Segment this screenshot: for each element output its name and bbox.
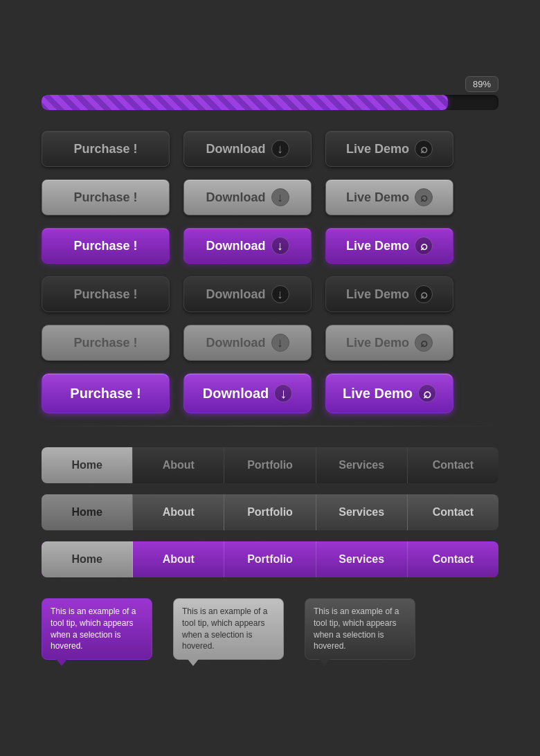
purchase-button-1[interactable]: Purchase ! [42, 131, 170, 167]
download-button-3[interactable]: Download ↓ [183, 228, 312, 264]
tooltip-2: This is an example of a tool tip, which … [173, 598, 284, 660]
purchase-label-2: Purchase ! [73, 190, 137, 205]
tooltip-2-text: This is an example of a tool tip, which … [182, 606, 267, 651]
nav-section: Home About Portfolio Services Contact Ho… [42, 447, 498, 577]
search-icon-3: ⌕ [415, 237, 433, 255]
nav3-services[interactable]: Services [316, 541, 408, 577]
livedemo-button-2[interactable]: Live Demo ⌕ [325, 179, 453, 215]
livedemo-label-5: Live Demo [346, 336, 409, 350]
download-button-6[interactable]: Download ↓ [183, 373, 312, 413]
download-label-1: Download [206, 142, 266, 156]
download-button-5[interactable]: Download ↓ [183, 325, 312, 361]
purchase-button-3[interactable]: Purchase ! [42, 228, 170, 264]
nav2-home[interactable]: Home [42, 494, 133, 530]
download-icon-1: ↓ [271, 140, 289, 158]
purchase-label-3: Purchase ! [73, 239, 137, 253]
nav3-contact[interactable]: Contact [408, 541, 498, 577]
download-icon-5: ↓ [271, 334, 289, 352]
download-label-3: Download [206, 239, 266, 253]
download-label-4: Download [206, 287, 266, 302]
button-row-4: Purchase ! Download ↓ Live Demo ⌕ [42, 276, 498, 312]
download-label-5: Download [206, 336, 266, 350]
purchase-label-6: Purchase ! [70, 386, 141, 402]
tooltip-3-text: This is an example of a tool tip, which … [314, 606, 399, 651]
section-divider [42, 426, 498, 426]
nav3-portfolio[interactable]: Portfolio [224, 541, 316, 577]
nav1-about[interactable]: About [133, 447, 224, 483]
purchase-button-4[interactable]: Purchase ! [42, 276, 170, 312]
purchase-label-1: Purchase ! [73, 142, 137, 156]
livedemo-label-2: Live Demo [346, 190, 409, 205]
download-button-2[interactable]: Download ↓ [183, 179, 312, 215]
nav1-services[interactable]: Services [316, 447, 408, 483]
purchase-label-5: Purchase ! [73, 336, 137, 350]
tooltip-section: This is an example of a tool tip, which … [42, 598, 498, 674]
button-row-1: Purchase ! Download ↓ Live Demo ⌕ [42, 131, 498, 167]
livedemo-label-6: Live Demo [343, 386, 413, 402]
progress-bar-container [42, 95, 498, 110]
livedemo-button-3[interactable]: Live Demo ⌕ [325, 228, 453, 264]
button-rows: Purchase ! Download ↓ Live Demo ⌕ Purcha… [42, 131, 498, 413]
download-button-1[interactable]: Download ↓ [183, 131, 312, 167]
nav-bar-1: Home About Portfolio Services Contact [42, 447, 498, 483]
purchase-button-2[interactable]: Purchase ! [42, 179, 170, 215]
livedemo-button-5[interactable]: Live Demo ⌕ [325, 325, 453, 361]
purchase-label-4: Purchase ! [73, 287, 137, 302]
nav1-contact[interactable]: Contact [408, 447, 498, 483]
livedemo-button-4[interactable]: Live Demo ⌕ [325, 276, 453, 312]
progress-bar-fill [42, 95, 448, 110]
search-icon-5: ⌕ [415, 334, 433, 352]
button-row-2: Purchase ! Download ↓ Live Demo ⌕ [42, 179, 498, 215]
livedemo-button-6[interactable]: Live Demo ⌕ [325, 373, 453, 413]
nav3-about[interactable]: About [133, 541, 224, 577]
nav2-contact[interactable]: Contact [408, 494, 498, 530]
nav3-home[interactable]: Home [42, 541, 133, 577]
nav-bar-3: Home About Portfolio Services Contact [42, 541, 498, 577]
download-icon-2: ↓ [271, 188, 289, 206]
tooltip-1-text: This is an example of a tool tip, which … [51, 606, 136, 651]
button-row-3: Purchase ! Download ↓ Live Demo ⌕ [42, 228, 498, 264]
livedemo-label-1: Live Demo [346, 142, 409, 156]
nav2-about[interactable]: About [133, 494, 224, 530]
download-icon-3: ↓ [271, 237, 289, 255]
purchase-button-5[interactable]: Purchase ! [42, 325, 170, 361]
nav1-home[interactable]: Home [42, 447, 133, 483]
livedemo-button-1[interactable]: Live Demo ⌕ [325, 131, 453, 167]
progress-section: 89% [42, 76, 498, 110]
button-row-5: Purchase ! Download ↓ Live Demo ⌕ [42, 325, 498, 361]
button-row-6: Purchase ! Download ↓ Live Demo ⌕ [42, 373, 498, 413]
nav2-portfolio[interactable]: Portfolio [224, 494, 316, 530]
nav2-services[interactable]: Services [316, 494, 408, 530]
download-icon-6: ↓ [274, 384, 292, 402]
progress-badge: 89% [465, 76, 498, 92]
purchase-button-6[interactable]: Purchase ! [42, 373, 170, 413]
nav-bar-2: Home About Portfolio Services Contact [42, 494, 498, 530]
nav1-portfolio[interactable]: Portfolio [224, 447, 316, 483]
search-icon-1: ⌕ [415, 140, 433, 158]
download-button-4[interactable]: Download ↓ [183, 276, 312, 312]
livedemo-label-3: Live Demo [346, 239, 409, 253]
livedemo-label-4: Live Demo [346, 287, 409, 302]
download-label-2: Download [206, 190, 266, 205]
search-icon-4: ⌕ [415, 285, 433, 303]
tooltip-1: This is an example of a tool tip, which … [42, 598, 152, 660]
search-icon-6: ⌕ [418, 384, 436, 402]
download-icon-4: ↓ [271, 285, 289, 303]
download-label-6: Download [203, 386, 269, 402]
search-icon-2: ⌕ [415, 188, 433, 206]
tooltip-3: This is an example of a tool tip, which … [305, 598, 415, 660]
